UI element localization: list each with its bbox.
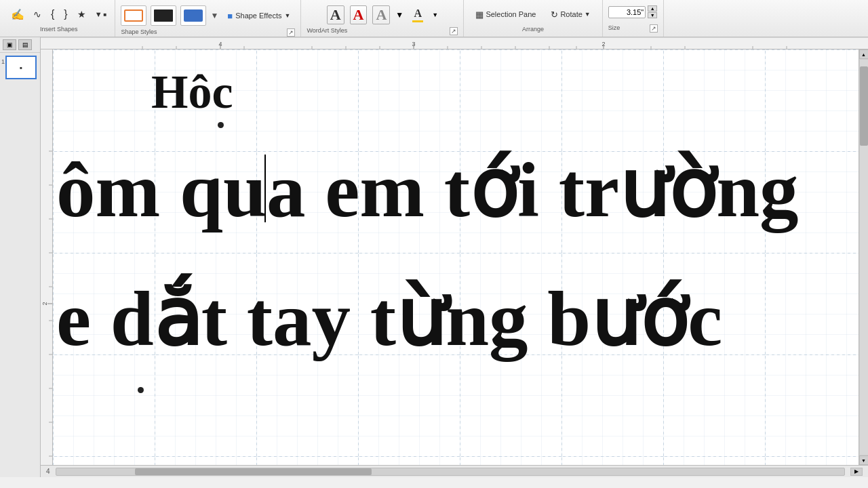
size-expand[interactable]: ↗ bbox=[650, 24, 658, 33]
text-fill-icon: A bbox=[414, 7, 422, 20]
panel-btn1[interactable]: ▣ bbox=[3, 39, 16, 50]
size-section: ▲ ▼ Size ↗ bbox=[603, 0, 664, 37]
brace-close-tool[interactable]: } bbox=[60, 6, 71, 22]
shape-outline-preview bbox=[124, 9, 143, 22]
wordart-a-red[interactable]: A bbox=[350, 5, 368, 24]
scroll-thumb-h[interactable] bbox=[135, 468, 372, 475]
brace-open-tool[interactable]: { bbox=[47, 6, 58, 22]
panel-header: ▣ ▤ bbox=[0, 37, 40, 53]
insert-shapes-content: ✍ ∿ { } ★ ▼■ bbox=[8, 3, 109, 26]
svg-rect-35 bbox=[53, 49, 859, 465]
ruler-left: 2 bbox=[41, 49, 53, 465]
rotate-label: Rotate bbox=[560, 10, 582, 18]
wave-tool[interactable]: ∿ bbox=[30, 7, 45, 22]
ruler-top: 4 3 2 bbox=[41, 37, 868, 49]
slide-panel: ▣ ▤ 1 ■ bbox=[0, 37, 41, 477]
arrange-section: ▦ Selection Pane ↻ Rotate ▼ Arrange bbox=[464, 0, 602, 37]
scroll-right-button[interactable]: ▶ bbox=[850, 468, 863, 476]
panel-btn2[interactable]: ▤ bbox=[18, 39, 32, 50]
shape-styles-content: ▼ ■ Shape Effects ▼ bbox=[121, 3, 295, 28]
slide-with-ruler: 2 bbox=[41, 49, 868, 465]
shape-styles-expand[interactable]: ↗ bbox=[287, 28, 295, 37]
slide-number-label: 1 bbox=[1, 58, 5, 65]
selection-pane-icon: ▦ bbox=[475, 9, 484, 20]
shape-styles-dropdown[interactable]: ▼ bbox=[210, 11, 218, 20]
toolbar: ✍ ∿ { } ★ ▼■ Insert Shapes ▼ ■ Shape Eff… bbox=[0, 0, 868, 37]
scroll-thumb-v[interactable] bbox=[860, 66, 868, 146]
slide-thumbnail[interactable]: ■ bbox=[5, 56, 37, 79]
ruler-left-svg: 2 bbox=[41, 49, 53, 465]
selection-pane-label: Selection Pane bbox=[486, 10, 536, 18]
grid-svg bbox=[53, 49, 859, 465]
svg-rect-36 bbox=[53, 49, 859, 465]
hw-text-line2: ôm qua em tới trường bbox=[56, 148, 799, 234]
ruler-top-svg: 4 3 2 bbox=[41, 37, 868, 49]
shapes-more-tool[interactable]: ▼■ bbox=[92, 8, 110, 20]
wordart-styles-label: WordArt Styles bbox=[307, 27, 347, 35]
text-cursor bbox=[264, 155, 266, 222]
size-input[interactable] bbox=[608, 6, 646, 18]
dot-indicator-1 bbox=[218, 122, 224, 128]
hw-text-line1: Hôc bbox=[151, 68, 233, 116]
scroll-up-button[interactable]: ▲ bbox=[859, 49, 869, 59]
rotate-arrow: ▼ bbox=[585, 11, 591, 18]
size-down-button[interactable]: ▼ bbox=[648, 12, 657, 18]
shape-blue-preset[interactable] bbox=[180, 5, 206, 26]
bottom-bar: 4 ▶ bbox=[41, 465, 868, 477]
svg-text:2: 2 bbox=[41, 302, 48, 305]
shape-effects-label: Shape Effects bbox=[235, 12, 281, 20]
scroll-track-v bbox=[859, 59, 869, 455]
wordart-expand[interactable]: ↗ bbox=[450, 27, 458, 35]
shape-effects-arrow: ▼ bbox=[284, 12, 290, 19]
content-wrapper: 4 3 2 bbox=[41, 37, 868, 477]
rotate-button[interactable]: ↻ Rotate ▼ bbox=[545, 7, 596, 22]
size-row: ▲ ▼ bbox=[608, 5, 657, 18]
text-fill-color-bar bbox=[412, 20, 423, 22]
star-tool[interactable]: ★ bbox=[74, 7, 90, 22]
shape-styles-section: ▼ ■ Shape Effects ▼ Shape Styles ↗ bbox=[115, 0, 301, 37]
text-fill-dropdown[interactable]: ▼ bbox=[432, 12, 438, 18]
size-spinners: ▲ ▼ bbox=[648, 5, 657, 18]
insert-shapes-label: Insert Shapes bbox=[40, 26, 78, 34]
dot-indicator-2 bbox=[138, 387, 144, 393]
insert-shapes-section: ✍ ∿ { } ★ ▼■ Insert Shapes bbox=[3, 0, 115, 37]
shape-styles-label: Shape Styles bbox=[121, 28, 157, 37]
wordart-a-plain[interactable]: A bbox=[327, 5, 344, 24]
arrange-content: ▦ Selection Pane ↻ Rotate ▼ bbox=[469, 3, 596, 26]
right-scrollbar: ▲ ▼ bbox=[859, 49, 868, 465]
hw-text-line3: e dắt tay từng bước bbox=[56, 277, 722, 363]
text-fill-button[interactable]: A bbox=[409, 5, 427, 24]
shape-effects-icon: ■ bbox=[227, 11, 233, 21]
slide-counter: 4 bbox=[46, 468, 50, 475]
size-content: ▲ ▼ bbox=[608, 3, 657, 24]
main-area: ▣ ▤ 1 ■ 4 3 2 bbox=[0, 37, 868, 477]
wordart-a-gray[interactable]: A bbox=[372, 5, 390, 24]
shape-filled-preset[interactable] bbox=[151, 5, 176, 26]
arrange-label: Arrange bbox=[522, 26, 544, 34]
shape-filled-preview bbox=[154, 9, 173, 22]
rotate-icon: ↻ bbox=[551, 9, 558, 20]
wordart-content: A A A ▼ A ▼ bbox=[327, 3, 438, 27]
size-label: Size bbox=[608, 24, 620, 33]
wordart-dropdown[interactable]: ▼ bbox=[395, 10, 403, 20]
horizontal-scrollbar[interactable] bbox=[56, 468, 845, 476]
curve-tool[interactable]: ✍ bbox=[8, 6, 27, 23]
scroll-down-button[interactable]: ▼ bbox=[859, 455, 869, 465]
slide-thumb-content: ■ bbox=[20, 66, 22, 70]
shape-effects-button[interactable]: ■ Shape Effects ▼ bbox=[222, 8, 295, 24]
slide-canvas[interactable]: Hôc ôm qua em tới trường e dắt tay từng … bbox=[53, 49, 859, 465]
selection-pane-button[interactable]: ▦ Selection Pane bbox=[469, 7, 542, 22]
size-up-button[interactable]: ▲ bbox=[648, 5, 657, 12]
slide-thumbnail-container: 1 ■ bbox=[0, 53, 40, 82]
shape-blue-preview bbox=[184, 9, 203, 22]
shape-outline-preset[interactable] bbox=[121, 5, 146, 26]
wordart-styles-section: A A A ▼ A ▼ WordArt Styles ↗ bbox=[301, 0, 464, 37]
